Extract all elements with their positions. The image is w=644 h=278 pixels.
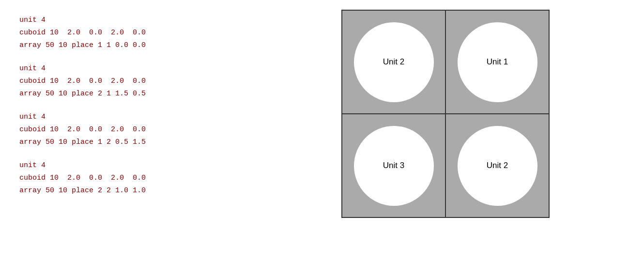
code-line-1-0: unit 4	[19, 63, 300, 75]
unit-circle-2: Unit 3	[354, 126, 434, 206]
code-line-0-2: array 50 10 place 1 1 0.0 0.0	[19, 40, 300, 51]
code-line-2-0: unit 4	[19, 111, 300, 123]
unit-grid: Unit 2Unit 1Unit 3Unit 2	[341, 10, 550, 218]
code-line-3-2: array 50 10 place 2 2 1.0 1.0	[19, 185, 300, 197]
code-block-2: unit 4cuboid 10 2.0 0.0 2.0 0.0array 50 …	[19, 111, 300, 148]
code-line-0-0: unit 4	[19, 15, 300, 26]
code-block-3: unit 4cuboid 10 2.0 0.0 2.0 0.0array 50 …	[19, 160, 300, 197]
code-block-0: unit 4cuboid 10 2.0 0.0 2.0 0.0array 50 …	[19, 15, 300, 51]
grid-cell-bottom-left: Unit 3	[342, 114, 445, 217]
code-block-1: unit 4cuboid 10 2.0 0.0 2.0 0.0array 50 …	[19, 63, 300, 100]
code-line-3-0: unit 4	[19, 160, 300, 171]
code-line-1-1: cuboid 10 2.0 0.0 2.0 0.0	[19, 76, 300, 87]
diagram-panel: Unit 2Unit 1Unit 3Unit 2	[329, 10, 562, 218]
grid-cell-bottom-right: Unit 2	[446, 114, 549, 217]
code-line-2-2: array 50 10 place 1 2 0.5 1.5	[19, 137, 300, 148]
code-panel: unit 4cuboid 10 2.0 0.0 2.0 0.0array 50 …	[0, 0, 320, 211]
grid-cell-top-left: Unit 2	[342, 11, 445, 113]
code-line-2-1: cuboid 10 2.0 0.0 2.0 0.0	[19, 124, 300, 136]
code-line-0-1: cuboid 10 2.0 0.0 2.0 0.0	[19, 27, 300, 39]
unit-circle-3: Unit 2	[458, 126, 537, 206]
unit-circle-1: Unit 1	[458, 22, 537, 102]
code-line-1-2: array 50 10 place 2 1 1.5 0.5	[19, 88, 300, 100]
grid-cell-top-right: Unit 1	[446, 11, 549, 113]
unit-circle-0: Unit 2	[354, 22, 434, 102]
code-line-3-1: cuboid 10 2.0 0.0 2.0 0.0	[19, 172, 300, 184]
